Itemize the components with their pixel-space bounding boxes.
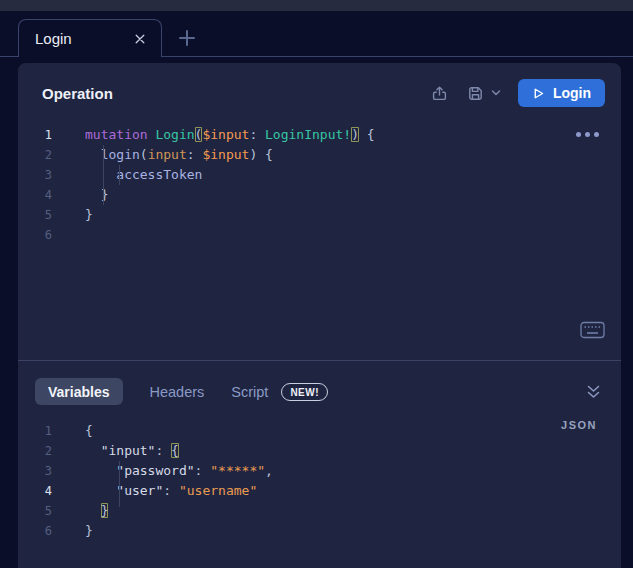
indent-guide	[119, 461, 120, 507]
code-text: "input": {	[85, 441, 179, 461]
operation-actions: Login	[430, 79, 605, 107]
top-strip	[0, 0, 633, 11]
code-line[interactable]: 1mutation Login($input: LoginInput!) {	[18, 125, 621, 145]
code-text: }	[85, 501, 108, 521]
save-icon[interactable]	[466, 84, 485, 103]
code-text: "password": "*****",	[85, 461, 273, 481]
indent-guide	[103, 145, 104, 205]
code-line[interactable]: 5 }	[18, 501, 621, 521]
line-number: 6	[18, 521, 52, 541]
code-line[interactable]: 5}	[18, 205, 621, 225]
line-number: 1	[18, 421, 52, 441]
line-number: 2	[18, 441, 52, 461]
bottom-tab-bar: Variables Headers Script NEW!	[35, 378, 601, 405]
save-dropdown-chevron-down-icon[interactable]	[491, 89, 501, 97]
line-number: 3	[18, 461, 52, 481]
operation-title: Operation	[42, 85, 113, 102]
code-line[interactable]: 2 login(input: $input) {	[18, 145, 621, 165]
meatballs-menu-icon[interactable]	[576, 132, 599, 137]
save-group	[466, 84, 501, 103]
new-badge: NEW!	[281, 383, 328, 401]
plus-icon[interactable]	[177, 28, 197, 48]
share-icon[interactable]	[430, 84, 449, 103]
run-button-label: Login	[553, 85, 591, 101]
line-number: 2	[18, 145, 52, 165]
close-icon[interactable]	[131, 30, 149, 48]
variables-editor[interactable]: 1{2 "input": {3 "password": "*****",4 "u…	[18, 421, 621, 541]
workspace-panel: Operation	[18, 63, 621, 568]
operation-header: Operation	[42, 79, 605, 107]
code-text: mutation Login($input: LoginInput!) {	[85, 125, 375, 145]
code-text: }	[85, 521, 93, 541]
run-login-button[interactable]: Login	[518, 79, 605, 107]
play-icon	[532, 87, 545, 100]
code-text: }	[85, 205, 93, 225]
operation-editor[interactable]: 1mutation Login($input: LoginInput!) {2 …	[18, 125, 621, 245]
code-text: {	[85, 421, 93, 441]
code-line[interactable]: 1{	[18, 421, 621, 441]
tab-title: Login	[35, 30, 131, 47]
tab-login[interactable]: Login	[18, 19, 162, 57]
tab-script[interactable]: Script	[231, 384, 268, 400]
line-number: 6	[18, 225, 52, 245]
code-line[interactable]: 6	[18, 225, 621, 245]
code-text: "user": "username"	[85, 481, 257, 501]
line-number: 5	[18, 501, 52, 521]
line-number: 4	[18, 481, 52, 501]
code-line[interactable]: 4 "user": "username"	[18, 481, 621, 501]
tab-variables-label: Variables	[48, 384, 110, 400]
line-number: 3	[18, 165, 52, 185]
code-line[interactable]: 3 accessToken	[18, 165, 621, 185]
chevron-double-down-icon[interactable]	[586, 384, 601, 400]
code-line[interactable]: 6}	[18, 521, 621, 541]
code-line[interactable]: 4 }	[18, 185, 621, 205]
code-line[interactable]: 3 "password": "*****",	[18, 461, 621, 481]
tab-headers[interactable]: Headers	[150, 384, 205, 400]
line-number: 4	[18, 185, 52, 205]
tab-bar: Login	[0, 11, 633, 57]
line-number: 1	[18, 125, 52, 145]
keyboard-icon[interactable]	[580, 321, 605, 343]
section-divider	[18, 360, 621, 361]
code-text: login(input: $input) {	[85, 145, 273, 165]
code-text: }	[85, 185, 108, 205]
code-line[interactable]: 2 "input": {	[18, 441, 621, 461]
line-number: 5	[18, 205, 52, 225]
indent-guide	[119, 165, 120, 185]
tab-variables[interactable]: Variables	[35, 378, 123, 405]
